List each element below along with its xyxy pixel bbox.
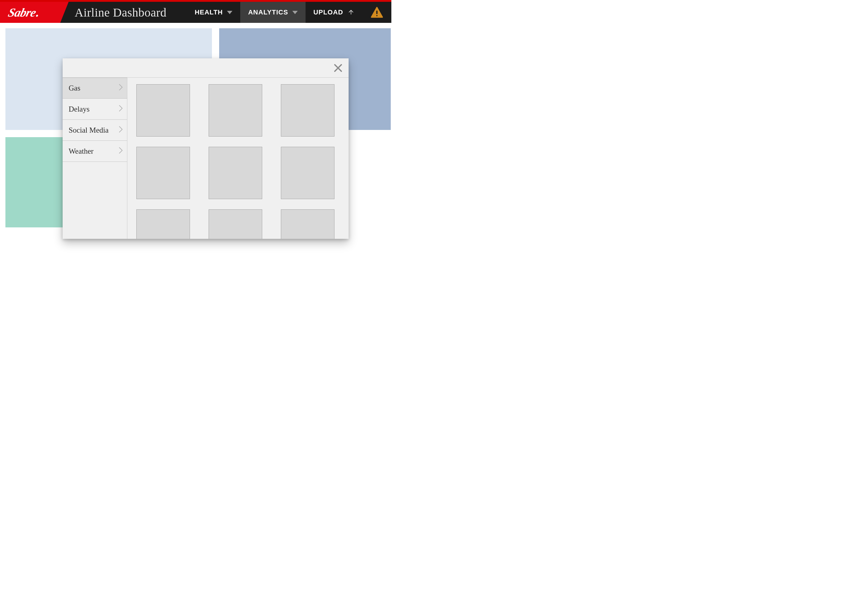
nav-health[interactable]: HEALTH [187,2,241,23]
modal-body: Gas Delays Social Media Weather [63,78,348,239]
chevron-right-icon [118,105,123,114]
category-item-gas[interactable]: Gas [63,78,127,99]
nav-analytics[interactable]: ANALYTICS [240,2,306,23]
close-icon [333,63,343,73]
analytics-picker-modal: Gas Delays Social Media Weather [63,58,348,239]
thumbnail[interactable] [281,147,334,199]
main-nav: HEALTH ANALYTICS UPLOAD [187,2,363,23]
thumbnail[interactable] [136,147,190,199]
modal-header [63,58,348,78]
category-item-social-media[interactable]: Social Media [63,120,127,141]
thumbnail-grid-area [127,78,348,239]
category-item-weather[interactable]: Weather [63,141,127,162]
close-button[interactable] [333,63,343,73]
nav-upload-label: UPLOAD [314,8,343,16]
chevron-down-icon [292,11,298,14]
thumbnail[interactable] [281,209,334,239]
thumbnail[interactable] [209,147,262,199]
category-label: Delays [69,105,90,113]
thumbnail-grid [136,84,340,239]
chevron-right-icon [118,147,123,156]
nav-analytics-label: ANALYTICS [248,8,288,16]
page-title: Airline Dashboard [60,2,178,23]
thumbnail[interactable] [136,84,190,137]
chevron-right-icon [118,83,123,93]
alert-indicator[interactable] [363,2,391,23]
category-label: Gas [69,84,80,92]
thumbnail[interactable] [281,84,334,137]
upload-icon [347,9,355,16]
nav-health-label: HEALTH [195,8,223,16]
svg-rect-1 [376,15,377,16]
svg-rect-0 [376,11,377,14]
category-label: Social Media [69,126,109,134]
chevron-down-icon [227,11,232,14]
brand-logo[interactable]: Sabre. [0,2,60,23]
thumbnail[interactable] [209,209,262,239]
category-item-delays[interactable]: Delays [63,99,127,120]
category-list: Gas Delays Social Media Weather [63,78,127,239]
topbar: Sabre. Airline Dashboard HEALTH ANALYTIC… [0,0,391,23]
thumbnail[interactable] [136,209,190,239]
warning-icon [371,7,383,18]
nav-upload[interactable]: UPLOAD [306,2,363,23]
category-label: Weather [69,147,94,156]
chevron-right-icon [118,126,123,135]
brand-logo-text: Sabre. [6,5,41,20]
thumbnail[interactable] [209,84,262,137]
